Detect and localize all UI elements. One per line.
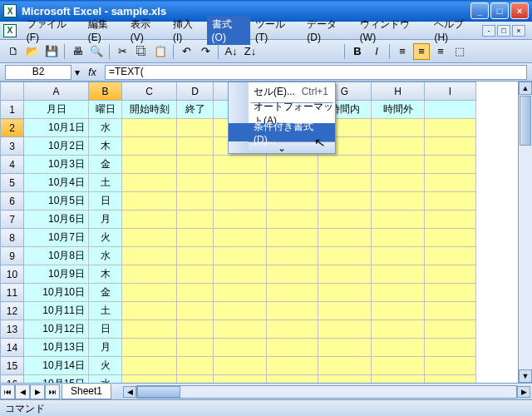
cell[interactable] [122, 137, 177, 156]
cell[interactable] [372, 137, 425, 156]
menu-format[interactable]: 書式(O) [207, 16, 250, 45]
cell[interactable] [425, 119, 476, 137]
cell[interactable] [425, 265, 476, 284]
mdi-minimize-button[interactable]: - [482, 25, 495, 37]
cell[interactable] [372, 357, 425, 375]
cell[interactable]: 金 [89, 156, 122, 174]
sheet-tab[interactable]: Sheet1 [62, 384, 111, 399]
row-header[interactable]: 8 [1, 229, 24, 247]
cell[interactable]: 木 [89, 137, 122, 156]
row-header[interactable]: 10 [1, 265, 24, 284]
cell[interactable] [177, 119, 214, 137]
cell[interactable] [425, 247, 476, 265]
cell[interactable] [122, 284, 177, 302]
cell[interactable] [214, 320, 267, 339]
preview-icon[interactable]: 🔍 [88, 43, 105, 60]
select-all-cell[interactable] [1, 82, 24, 101]
cell[interactable]: 日 [89, 192, 122, 210]
cell[interactable] [177, 302, 214, 320]
cell[interactable] [122, 265, 177, 284]
align-right-icon[interactable]: ≡ [432, 43, 449, 60]
cell[interactable] [425, 339, 476, 357]
cell[interactable] [318, 247, 372, 265]
cell[interactable] [122, 174, 177, 192]
cell[interactable] [122, 320, 177, 339]
cell[interactable] [372, 192, 425, 210]
document-icon[interactable]: X [3, 24, 17, 37]
cell[interactable]: 10月14日 [24, 357, 89, 375]
menu-edit[interactable]: 編集(E) [83, 16, 126, 45]
nav-next-icon[interactable]: ▶ [30, 384, 45, 399]
cell[interactable]: 10月1日 [24, 119, 89, 137]
row-header[interactable]: 14 [1, 339, 24, 357]
cell[interactable] [318, 284, 372, 302]
menu-insert[interactable]: 挿入(I) [168, 16, 207, 45]
cell[interactable] [425, 302, 476, 320]
menu-item-conditional-format[interactable]: 条件付き書式(D)... [229, 123, 335, 141]
cell[interactable]: 月 [89, 210, 122, 229]
cell[interactable]: 10月3日 [24, 156, 89, 174]
cell[interactable] [425, 375, 476, 384]
cell[interactable] [318, 174, 372, 192]
undo-icon[interactable]: ↶ [178, 43, 195, 60]
cell[interactable] [214, 210, 267, 229]
cell[interactable] [318, 357, 372, 375]
cell[interactable] [425, 284, 476, 302]
sort-desc-icon[interactable]: Z↓ [242, 43, 259, 60]
cell[interactable] [318, 192, 372, 210]
redo-icon[interactable]: ↷ [197, 43, 214, 60]
cell[interactable]: 土 [89, 302, 122, 320]
horizontal-scrollbar[interactable]: ◀ ▶ [136, 385, 517, 399]
column-header[interactable]: A [24, 82, 89, 101]
cell[interactable] [267, 339, 318, 357]
cell[interactable] [177, 357, 214, 375]
cell[interactable]: 月日 [24, 101, 89, 119]
cell[interactable] [214, 156, 267, 174]
cell[interactable] [425, 210, 476, 229]
cell[interactable]: 火 [89, 229, 122, 247]
cell[interactable] [372, 174, 425, 192]
column-header[interactable]: C [122, 82, 177, 101]
cell[interactable] [214, 284, 267, 302]
scroll-up-icon[interactable]: ▲ [519, 82, 532, 95]
menu-data[interactable]: データ(D) [302, 16, 355, 45]
cell[interactable]: 10月10日 [24, 284, 89, 302]
cell[interactable]: 水 [89, 375, 122, 384]
cell[interactable] [122, 119, 177, 137]
row-header[interactable]: 12 [1, 302, 24, 320]
cell[interactable]: 10月9日 [24, 265, 89, 284]
formula-input[interactable]: =TEXT( [105, 65, 527, 80]
row-header[interactable]: 1 [1, 101, 24, 119]
cell[interactable] [425, 192, 476, 210]
cell[interactable] [425, 156, 476, 174]
cell[interactable] [267, 320, 318, 339]
cell[interactable] [267, 357, 318, 375]
cell[interactable] [214, 192, 267, 210]
cell[interactable] [267, 210, 318, 229]
menu-item-cell[interactable]: セル(E)... Ctrl+1 [229, 82, 335, 101]
cell[interactable]: 木 [89, 265, 122, 284]
scroll-right-icon[interactable]: ▶ [517, 386, 530, 398]
maximize-button[interactable]: □ [490, 2, 509, 19]
cell[interactable] [122, 247, 177, 265]
cell[interactable] [177, 229, 214, 247]
row-header[interactable]: 4 [1, 156, 24, 174]
mdi-close-button[interactable]: × [512, 25, 525, 37]
cell[interactable] [177, 265, 214, 284]
column-header[interactable]: I [425, 82, 476, 101]
column-header[interactable]: B [89, 82, 122, 101]
cell[interactable]: 10月12日 [24, 320, 89, 339]
row-header[interactable]: 11 [1, 284, 24, 302]
cell[interactable] [372, 265, 425, 284]
cell[interactable]: 10月2日 [24, 137, 89, 156]
cell[interactable] [267, 174, 318, 192]
row-header[interactable]: 13 [1, 320, 24, 339]
cell[interactable] [122, 210, 177, 229]
cell[interactable] [177, 210, 214, 229]
row-header[interactable]: 5 [1, 174, 24, 192]
nav-last-icon[interactable]: ⏭ [45, 384, 60, 399]
cell[interactable] [122, 375, 177, 384]
menu-tools[interactable]: ツール(T) [250, 16, 302, 45]
cell[interactable] [318, 339, 372, 357]
cell[interactable]: 火 [89, 357, 122, 375]
